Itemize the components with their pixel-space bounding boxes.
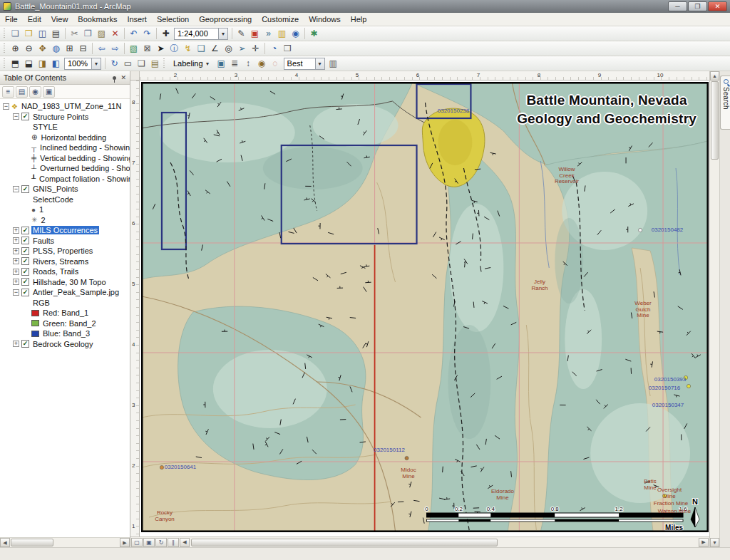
band-red[interactable]: Red: Band_1	[41, 308, 90, 317]
expand-icon[interactable]: +	[13, 279, 19, 285]
tree-row[interactable]: Green: Band_2	[0, 318, 130, 329]
html-popup-icon[interactable]: ❑	[195, 42, 208, 55]
change-layout-icon[interactable]: ▤	[148, 57, 162, 70]
copy-icon[interactable]: ❐	[81, 27, 95, 40]
layer-antler-peak-sample[interactable]: Antler_Peak_Sample.jpg	[31, 288, 120, 296]
layer-visibility-checkbox[interactable]: ✓	[21, 289, 29, 296]
layer-visibility-checkbox[interactable]: ✓	[21, 237, 29, 244]
tree-row[interactable]: Blue: Band_3	[0, 328, 130, 339]
layer-visibility-checkbox[interactable]: ✓	[21, 268, 29, 276]
symbol-gnis-2[interactable]: 2	[39, 216, 46, 224]
menu-customize[interactable]: Customize	[257, 14, 304, 25]
tree-row[interactable]: +✓Rivers, Streams	[0, 256, 130, 267]
map-scale-combo[interactable]: 1:24,000▾	[174, 28, 228, 40]
select-elements-icon[interactable]: ➤	[154, 42, 168, 55]
menu-edit[interactable]: Edit	[23, 14, 46, 25]
maximize-button[interactable]: ❐	[688, 1, 707, 11]
expand-icon[interactable]: +	[13, 258, 19, 264]
tree-row[interactable]: ┬Inclined bedding - Showing	[0, 142, 130, 153]
scroll-down-icon[interactable]: ▼	[710, 538, 719, 547]
tree-row[interactable]: Red: Band_1	[0, 308, 130, 318]
fixed-zoom-out-icon[interactable]: ⊟	[76, 42, 90, 55]
layer-bedrock-geology[interactable]: Bedrock Geology	[31, 340, 94, 348]
map-hscroll-thumb[interactable]	[191, 539, 498, 546]
tree-row[interactable]: ╪Vertical bedding - Showing s	[0, 153, 130, 164]
pan-icon[interactable]: ✥	[36, 42, 49, 55]
view-unplaced-labels-icon[interactable]: ▥	[327, 57, 340, 70]
symbol-overturned-bedding[interactable]: Overturned bedding - Show	[38, 164, 130, 172]
menu-selection[interactable]: Selection	[152, 14, 194, 25]
layer-structure-points[interactable]: Structure Points	[31, 113, 90, 121]
fixed-zoom-in-icon[interactable]: ⊞	[63, 42, 76, 55]
scroll-left-icon[interactable]: ◀	[0, 538, 10, 547]
go-back-extent-icon[interactable]: ⇦	[95, 42, 108, 55]
layer-gnis-points[interactable]: GNIS_Points	[31, 185, 80, 193]
label-engine-combo[interactable]: Best▾	[284, 58, 325, 70]
map-canvas[interactable]: 00.20.40.81.21.6MilesN Battle Mountain, …	[141, 82, 709, 532]
tree-row[interactable]: SelectCode	[0, 195, 130, 205]
auto-hide-pin-icon[interactable]	[113, 76, 116, 80]
symbol-inclined-bedding[interactable]: Inclined bedding - Showing	[38, 143, 130, 152]
toolbar-grip[interactable]	[163, 58, 166, 69]
identify-icon[interactable]: ⓘ	[168, 42, 181, 55]
tree-row[interactable]: −❖NAD_1983_UTM_Zone_11N	[0, 101, 130, 112]
hyperlink-icon[interactable]: ↯	[181, 42, 195, 55]
toc-scroll-thumb[interactable]	[11, 539, 53, 546]
layout-zoom-out-icon[interactable]: ⬓	[22, 57, 36, 70]
layout-pan-icon[interactable]: ◨	[36, 57, 49, 70]
tree-row[interactable]: −✓Antler_Peak_Sample.jpg	[0, 287, 130, 298]
catalog-window-icon[interactable]: ▥	[275, 27, 289, 40]
tree-row[interactable]: ┴Overturned bedding - Show	[0, 163, 130, 174]
layout-full-page-icon[interactable]: ◧	[49, 57, 63, 70]
label-weight-icon[interactable]: ↕	[242, 57, 255, 70]
menu-geoprocessing[interactable]: Geoprocessing	[194, 14, 257, 25]
tree-row[interactable]: RGB	[0, 298, 130, 308]
expand-icon[interactable]: +	[13, 237, 19, 244]
create-viewer-window-icon[interactable]: ❒	[281, 42, 294, 55]
fixed-layout-icon[interactable]: ▭	[121, 57, 135, 70]
band-green[interactable]: Green: Band_2	[41, 319, 98, 328]
layer-hillshade-30m-topo[interactable]: Hillshade, 30 M Topo	[31, 278, 108, 286]
toolbar-grip[interactable]	[3, 43, 6, 54]
map-vscroll-thumb[interactable]	[711, 81, 719, 160]
measure-icon[interactable]: ∠	[208, 42, 222, 55]
tree-row[interactable]: +✓MILS Occurrences	[0, 225, 130, 236]
cut-icon[interactable]: ✂	[68, 27, 81, 40]
go-to-xy-icon[interactable]: ✛	[249, 42, 262, 55]
chevron-down-icon[interactable]: ▾	[315, 58, 324, 69]
label-manager-icon[interactable]: ▣	[215, 57, 228, 70]
list-by-source-icon[interactable]: ▤	[16, 86, 28, 98]
layer-visibility-checkbox[interactable]: ✓	[21, 227, 29, 234]
labeling-menu[interactable]: Labeling▾	[170, 57, 213, 70]
open-icon[interactable]: ❒	[22, 27, 36, 40]
scroll-right-icon[interactable]: ▶	[120, 538, 130, 547]
layer-visibility-checkbox[interactable]: ✓	[21, 278, 29, 286]
collapse-icon[interactable]: −	[13, 289, 19, 296]
search-window-icon[interactable]: ◉	[289, 27, 302, 40]
layer-visibility-checkbox[interactable]: ✓	[21, 185, 29, 193]
tree-row[interactable]: −✓Structure Points	[0, 112, 130, 123]
redo-icon[interactable]: ↷	[140, 27, 154, 40]
symbol-gnis-1[interactable]: 1	[38, 205, 45, 214]
list-by-visibility-icon[interactable]: ◉	[29, 86, 41, 98]
pause-labeling-icon[interactable]: ◌	[269, 57, 282, 70]
close-button[interactable]: ✕	[708, 1, 727, 11]
scroll-right-icon[interactable]: ▶	[699, 538, 709, 547]
menu-bookmarks[interactable]: Bookmarks	[73, 14, 122, 25]
layer-plss-properties[interactable]: PLSS, Properties	[31, 247, 94, 255]
find-icon[interactable]: ◎	[222, 42, 235, 55]
delete-icon[interactable]: ✕	[108, 27, 122, 40]
zoom-in-icon[interactable]: ⊕	[9, 42, 22, 55]
menu-file[interactable]: File	[0, 14, 23, 25]
tree-row[interactable]: +✓PLSS, Properties	[0, 246, 130, 256]
tree-row[interactable]: +✓Roads, Trails	[0, 266, 130, 277]
focus-dataframe-icon[interactable]: ❏	[135, 57, 148, 70]
menu-windows[interactable]: Windows	[304, 14, 346, 25]
scroll-up-icon[interactable]: ▲	[710, 71, 719, 81]
list-by-selection-icon[interactable]: ▣	[43, 86, 55, 98]
minimize-button[interactable]: ─	[668, 1, 687, 11]
clear-selection-icon[interactable]: ⊠	[140, 42, 154, 55]
toc-horizontal-scrollbar[interactable]: ◀ ▶	[0, 537, 130, 547]
add-data-icon[interactable]: ✚	[159, 27, 173, 40]
paste-icon[interactable]: ▨	[95, 27, 108, 40]
